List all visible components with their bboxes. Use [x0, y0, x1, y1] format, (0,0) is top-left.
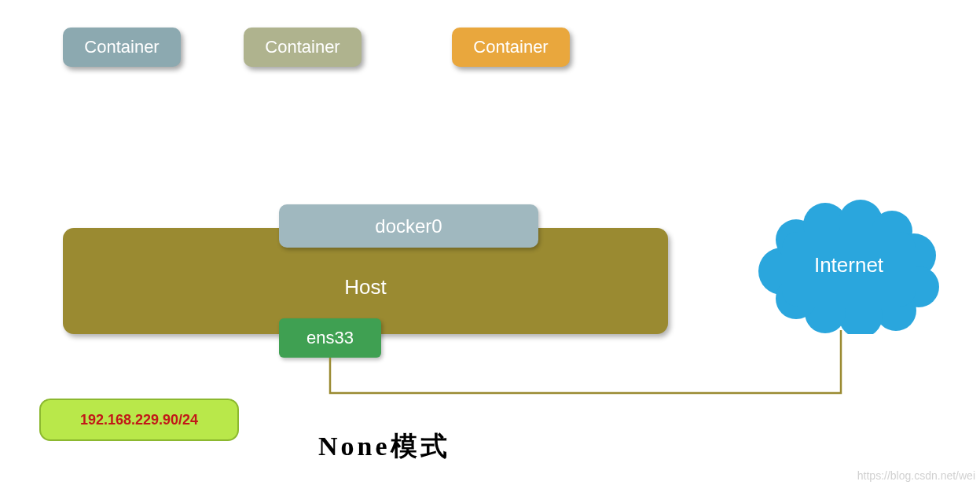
- docker-bridge-box: docker0: [279, 204, 538, 248]
- container-box-1: Container: [63, 28, 181, 67]
- container-label: Container: [84, 37, 159, 57]
- docker-bridge-label: docker0: [375, 215, 442, 237]
- ip-address: 192.168.229.90/24: [80, 412, 198, 428]
- ip-address-box: 192.168.229.90/24: [39, 399, 239, 441]
- container-box-2: Container: [244, 28, 362, 67]
- internet-label: Internet: [751, 253, 947, 277]
- container-box-3: Container: [452, 28, 570, 67]
- host-label: Host: [63, 275, 668, 299]
- watermark-text: https://blog.csdn.net/wei: [857, 469, 975, 482]
- internet-cloud: Internet: [751, 197, 947, 334]
- nic-box: ens33: [279, 318, 381, 358]
- container-label: Container: [265, 37, 340, 57]
- diagram-title: None模式: [318, 428, 450, 465]
- nic-label: ens33: [306, 328, 354, 347]
- diagram-canvas: Container Container Container Host docke…: [0, 0, 980, 485]
- container-label: Container: [473, 37, 548, 57]
